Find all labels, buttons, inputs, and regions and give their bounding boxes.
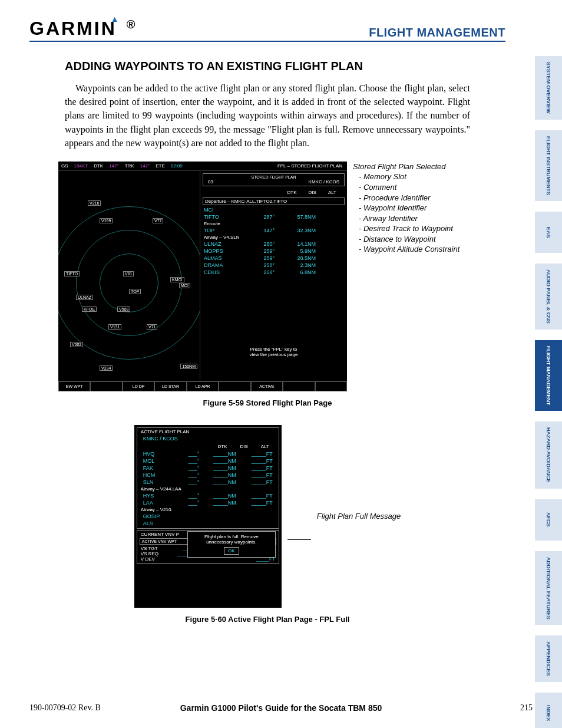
figure-2-caption: Figure 5-60 Active Flight Plan Page - FP… bbox=[29, 615, 505, 624]
departure-row: Departure – KMKC-ALL.TIFTO2.TIFTO bbox=[203, 197, 345, 205]
tab-system-overview[interactable]: SYSTEM OVERVIEW bbox=[535, 56, 562, 120]
page-header: GARMIN▲® FLIGHT MANAGEMENT bbox=[29, 18, 505, 42]
softkey[interactable]: LD STAR bbox=[154, 381, 186, 391]
figure-2: ACTIVE FLIGHT PLAN KMKC / KCOS DTKDISALT… bbox=[29, 425, 505, 624]
softkey[interactable] bbox=[219, 381, 250, 391]
section-heading: FLIGHT MANAGEMENT bbox=[369, 26, 505, 39]
flight-plan-pane: STORED FLIGHT PLAN 03KMKC / KCOS DTKDISA… bbox=[200, 171, 347, 381]
tab-additional-features[interactable]: ADDITIONAL FEATURES bbox=[535, 551, 562, 625]
column-headers: DTKDISALT bbox=[201, 189, 346, 196]
doc-title: Garmin G1000 Pilot's Guide for the Socat… bbox=[29, 703, 533, 713]
tab-audio-panel[interactable]: AUDIO PANEL & CNS bbox=[535, 263, 562, 330]
ok-button[interactable]: OK bbox=[224, 547, 239, 555]
figure-1-caption: Figure 5-59 Stored Flight Plan Page bbox=[29, 398, 505, 407]
softkey[interactable] bbox=[315, 381, 347, 391]
softkey[interactable] bbox=[90, 381, 122, 391]
tab-eas[interactable]: EAS bbox=[535, 212, 562, 253]
tab-flight-management[interactable]: FLIGHT MANAGEMENT bbox=[535, 340, 562, 411]
page-footer: 190-00709-02 Rev. B Garmin G1000 Pilot's… bbox=[29, 703, 533, 713]
tab-afcs[interactable]: AFCS bbox=[535, 499, 562, 541]
softkey[interactable]: LD APR bbox=[187, 381, 219, 391]
stored-fpl-box: STORED FLIGHT PLAN 03KMKC / KCOS bbox=[203, 173, 345, 186]
tab-appendices[interactable]: APPENDICES bbox=[535, 635, 562, 682]
figure-1-annotation: Stored Flight Plan Selected - Memory Slo… bbox=[353, 162, 477, 255]
fpl-full-popup: Flight plan is full. Remove unnecessary … bbox=[187, 531, 276, 558]
body-paragraph: Waypoints can be added to the active fli… bbox=[65, 81, 470, 150]
softkey[interactable]: EW WPT bbox=[58, 381, 90, 391]
softkey[interactable] bbox=[283, 381, 315, 391]
figure-1: Softkeys GS184KT DTK147° TRK147° ETE02:0… bbox=[29, 162, 505, 407]
active-flight-plan-screen: ACTIVE FLIGHT PLAN KMKC / KCOS DTKDISALT… bbox=[134, 425, 282, 608]
hint-text: Press the "FPL" key to view the previous… bbox=[201, 347, 346, 357]
tab-flight-instruments[interactable]: FLIGHT INSTRUMENTS bbox=[535, 130, 562, 201]
softkey-bar: EW WPT LD DP LD STAR LD APR ACTIVE bbox=[58, 381, 347, 391]
page-title: ADDING WAYPOINTS TO AN EXISTING FLIGHT P… bbox=[65, 60, 470, 73]
tab-hazard-avoidance[interactable]: HAZARD AVOIDANCE bbox=[535, 421, 562, 489]
side-navigation-tabs: SYSTEM OVERVIEW FLIGHT INSTRUMENTS EAS A… bbox=[535, 56, 562, 728]
top-status-bar: GS184KT DTK147° TRK147° ETE02:09 FPL – S… bbox=[58, 162, 347, 171]
garmin-logo: GARMIN▲® bbox=[29, 18, 137, 39]
softkey[interactable]: ACTIVE bbox=[251, 381, 283, 391]
softkey[interactable]: LD DP bbox=[123, 381, 154, 391]
tab-index[interactable]: INDEX bbox=[535, 693, 562, 728]
map-pane: V216 V199 V77 V61 TIFTO ULNAZ TOP KFOE V… bbox=[58, 171, 200, 381]
figure-2-annotation: Flight Plan Full Message bbox=[317, 512, 401, 521]
stored-flight-plan-screen: GS184KT DTK147° TRK147° ETE02:09 FPL – S… bbox=[58, 162, 347, 391]
